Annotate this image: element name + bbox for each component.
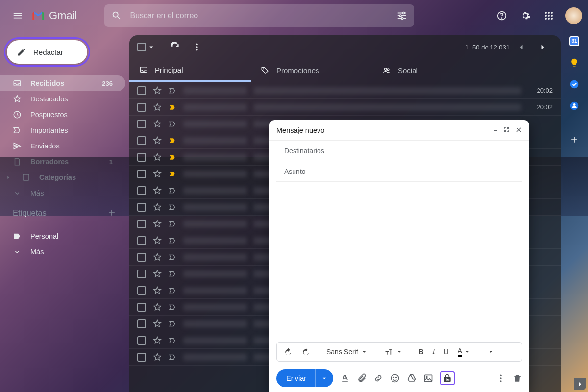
important-marker[interactable] [169,170,176,178]
image-icon[interactable] [423,373,433,383]
star-icon[interactable] [153,319,162,328]
row-checkbox[interactable] [137,220,146,228]
minimize-button[interactable]: – [494,126,497,134]
important-marker[interactable] [169,320,176,328]
sidebar-item-pospuestos[interactable]: Pospuestos [0,107,125,122]
important-marker[interactable] [169,270,176,278]
emoji-icon[interactable] [390,373,400,383]
search-options-icon[interactable] [396,10,407,21]
important-marker[interactable] [169,353,176,361]
star-icon[interactable] [153,353,162,362]
send-options-button[interactable] [315,369,333,387]
account-avatar[interactable] [565,7,582,24]
more-options-icon[interactable] [496,373,506,383]
important-marker[interactable] [169,137,176,145]
sidebar-item-enviados[interactable]: Enviados [0,138,125,154]
star-icon[interactable] [153,253,162,262]
compose-button[interactable]: Redactar [7,40,87,64]
calendar-app-icon[interactable]: 31 [569,36,579,46]
redo-button[interactable] [298,345,313,358]
star-icon[interactable] [153,220,162,228]
important-marker[interactable] [169,303,176,311]
row-checkbox[interactable] [137,86,146,95]
bold-button[interactable]: B [416,346,427,358]
keep-app-icon[interactable] [569,58,579,68]
select-all-checkbox[interactable] [137,43,146,51]
sidebar-item-importantes[interactable]: Importantes [0,122,125,138]
italic-button[interactable]: I [430,346,438,358]
format-more-button[interactable] [484,346,498,358]
row-checkbox[interactable] [137,319,146,328]
tab-principal[interactable]: Principal [129,59,251,82]
star-icon[interactable] [153,136,162,145]
row-checkbox[interactable] [137,203,146,212]
star-icon[interactable] [153,86,162,95]
important-marker[interactable] [169,153,176,161]
help-button[interactable] [492,6,512,25]
tab-promociones[interactable]: Promociones [251,59,372,82]
underline-button[interactable]: U [441,346,451,358]
expand-icon[interactable] [503,126,510,133]
font-size-button[interactable] [381,345,406,359]
search-bar[interactable] [104,4,414,27]
star-icon[interactable] [153,203,162,212]
discard-icon[interactable] [513,373,522,383]
mail-row[interactable]: 20:02 [129,82,561,99]
more-button[interactable] [187,37,207,57]
row-checkbox[interactable] [137,153,146,162]
star-icon[interactable] [153,270,162,278]
label-item-personal[interactable]: Personal [0,228,125,244]
attachment-icon[interactable] [357,373,367,383]
important-marker[interactable] [169,120,176,128]
collapse-panel-button[interactable] [574,378,586,390]
important-marker[interactable] [169,237,176,245]
add-app-button[interactable] [569,135,579,145]
prev-page-button[interactable] [512,37,531,57]
main-menu-button[interactable] [6,4,29,27]
star-icon[interactable] [153,153,162,162]
search-input[interactable] [130,11,389,20]
undo-button[interactable] [281,345,295,358]
important-marker[interactable] [169,220,176,228]
confidential-mode-icon[interactable] [442,373,452,383]
chevron-down-icon[interactable] [147,43,156,51]
row-checkbox[interactable] [137,186,146,195]
link-icon[interactable] [373,373,383,383]
star-icon[interactable] [153,303,162,312]
important-marker[interactable] [169,203,176,211]
gmail-logo[interactable]: Gmail [31,9,77,23]
star-icon[interactable] [153,236,162,245]
star-icon[interactable] [153,120,162,128]
text-color-button[interactable]: A [455,345,474,359]
font-select[interactable]: Sans Serif [323,346,371,358]
star-icon[interactable] [153,336,162,345]
apps-button[interactable] [539,6,559,25]
row-checkbox[interactable] [137,120,146,128]
refresh-button[interactable] [166,37,185,57]
important-marker[interactable] [169,187,176,195]
important-marker[interactable] [169,103,176,111]
row-checkbox[interactable] [137,303,146,312]
next-page-button[interactable] [533,37,553,57]
row-checkbox[interactable] [137,236,146,245]
recipients-field[interactable]: Destinatarios [276,141,522,161]
label-item-más[interactable]: Más [0,244,125,260]
star-icon[interactable] [153,103,162,112]
compose-body[interactable] [270,182,529,342]
row-checkbox[interactable] [137,253,146,262]
tab-social[interactable]: Social [372,59,494,82]
important-marker[interactable] [169,87,176,95]
row-checkbox[interactable] [137,353,146,362]
sidebar-item-recibidos[interactable]: Recibidos236 [0,75,125,91]
star-icon[interactable] [153,186,162,195]
settings-button[interactable] [515,6,535,25]
row-checkbox[interactable] [137,103,146,112]
star-icon[interactable] [153,286,162,295]
subject-field[interactable]: Asunto [276,161,522,182]
sidebar-item-destacados[interactable]: Destacados [0,91,125,107]
row-checkbox[interactable] [137,136,146,145]
row-checkbox[interactable] [137,270,146,278]
star-icon[interactable] [153,170,162,178]
mail-row[interactable]: 20:02 [129,99,561,116]
close-icon[interactable] [515,126,522,133]
